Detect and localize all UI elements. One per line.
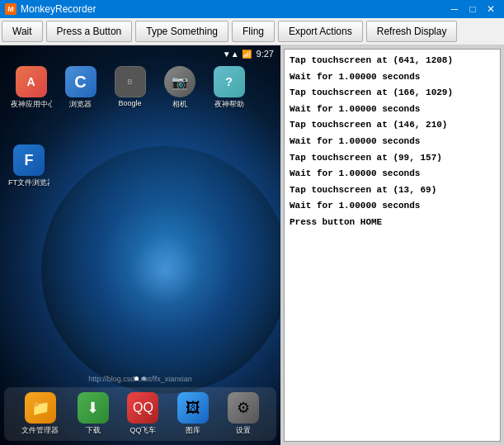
dock-icon-img: 📁	[25, 392, 56, 424]
app-icon-label: 浏览器	[69, 99, 92, 110]
app-icon-label: 夜神帮助	[214, 99, 244, 110]
dock-icon-img: ⚙	[228, 392, 259, 424]
log-entry: Wait for 1.00000 seconds	[288, 198, 497, 215]
galaxy-effect	[41, 146, 280, 394]
toolbar-btn-refresh-display[interactable]: Refresh Display	[366, 21, 458, 42]
title-bar: M MonkeyRecorder ─ □ ✕	[0, 0, 504, 18]
dock-icon-label: 图库	[186, 425, 200, 436]
app-grid-row2: F FT文件浏览器	[8, 144, 49, 188]
time-display: 9:27	[257, 49, 274, 59]
dock-icon-label: QQ飞车	[130, 425, 156, 436]
toolbar-btn-wait[interactable]: Wait	[2, 21, 43, 42]
log-entry: Tap touchscreen at (166, 1029)	[288, 85, 497, 102]
minimize-button[interactable]: ─	[446, 2, 463, 16]
app-icon-label: FT文件浏览器	[8, 178, 49, 188]
log-entry: Wait for 1.00000 seconds	[288, 69, 497, 86]
app-icon-label: 相机	[172, 99, 187, 110]
app-icon-google[interactable]: B Boogle	[107, 66, 153, 110]
close-button[interactable]: ✕	[483, 2, 499, 16]
title-bar-left: M MonkeyRecorder	[5, 3, 96, 15]
android-dock: 📁 文件管理器 ⬇ 下载 QQ QQ飞车	[4, 387, 276, 441]
app-icon-img: A	[16, 66, 47, 97]
log-entry: Tap touchscreen at (641, 1208)	[288, 53, 497, 69]
app-icon-label: Boogle	[118, 99, 141, 107]
dock-gallery[interactable]: 🖼 图库	[177, 392, 209, 436]
android-screen[interactable]: ▼▲ 📶 9:27 A 夜神应用中心 C 浏览器	[0, 45, 280, 445]
app-icon-img: B	[115, 66, 146, 97]
toolbar-btn-export-actions[interactable]: Export Actions	[278, 21, 363, 42]
dock-icon-label: 设置	[236, 425, 251, 436]
log-entry: Wait for 1.00000 seconds	[288, 134, 497, 150]
log-entry: Tap touchscreen at (13, 69)	[288, 182, 497, 199]
app-icon-label: 夜神应用中心	[11, 99, 52, 110]
log-entry: Tap touchscreen at (146, 210)	[288, 117, 497, 134]
app-icon-help[interactable]: ? 夜神帮助	[206, 66, 252, 110]
log-panel[interactable]: Tap touchscreen at (641, 1208)Wait for 1…	[284, 49, 501, 442]
app-icon-img: F	[13, 144, 45, 176]
app-grid-row1: A 夜神应用中心 C 浏览器 B Boogle	[8, 66, 252, 110]
dock-icon-img: 🖼	[177, 392, 209, 424]
toolbar: WaitPress a ButtonType SomethingFlingExp…	[0, 18, 504, 45]
app-icon-camera[interactable]: 📷 相机	[157, 66, 202, 110]
app-icon-yeshen[interactable]: A 夜神应用中心	[8, 66, 54, 110]
log-entry: Tap touchscreen at (99, 157)	[288, 150, 497, 167]
dock-settings[interactable]: ⚙ 设置	[228, 392, 259, 436]
watermark: http://blog.csdn.net/lfx_xianxian	[0, 375, 280, 383]
app-icon-img: ?	[214, 66, 245, 97]
log-entry: Wait for 1.00000 seconds	[288, 166, 497, 182]
app-icon: M	[5, 3, 16, 15]
dock-icon-label: 下载	[86, 425, 101, 436]
log-entry: Wait for 1.00000 seconds	[288, 102, 497, 118]
window-title: MonkeyRecorder	[21, 3, 96, 15]
status-icons: ▼▲ 📶 9:27	[223, 49, 274, 59]
dock-icon-img: ⬇	[78, 392, 109, 424]
dock-qqcar[interactable]: QQ QQ飞车	[127, 392, 158, 436]
wifi-icon: ▼▲	[223, 50, 239, 59]
android-background: ▼▲ 📶 9:27 A 夜神应用中心 C 浏览器	[0, 45, 280, 445]
android-status-bar: ▼▲ 📶 9:27	[0, 45, 280, 62]
dock-icon-label: 文件管理器	[21, 425, 59, 436]
toolbar-btn-type-something[interactable]: Type Something	[135, 21, 228, 42]
maximize-button[interactable]: □	[464, 2, 481, 16]
main-content: ▼▲ 📶 9:27 A 夜神应用中心 C 浏览器	[0, 45, 504, 445]
dock-filemanager[interactable]: 📁 文件管理器	[21, 392, 59, 436]
log-entry: Press button HOME	[288, 215, 497, 231]
app-icon-img: C	[65, 66, 97, 97]
app-icon-filemanager[interactable]: F FT文件浏览器	[8, 144, 49, 188]
window-controls: ─ □ ✕	[446, 2, 499, 16]
toolbar-btn-press-button[interactable]: Press a Button	[46, 21, 133, 42]
signal-icon: 📶	[242, 50, 252, 59]
dock-download[interactable]: ⬇ 下载	[78, 392, 109, 436]
dock-icon-img: QQ	[127, 392, 158, 424]
app-icon-browser[interactable]: C 浏览器	[58, 66, 103, 110]
toolbar-btn-fling[interactable]: Fling	[232, 21, 275, 42]
app-icon-img: 📷	[164, 66, 195, 97]
